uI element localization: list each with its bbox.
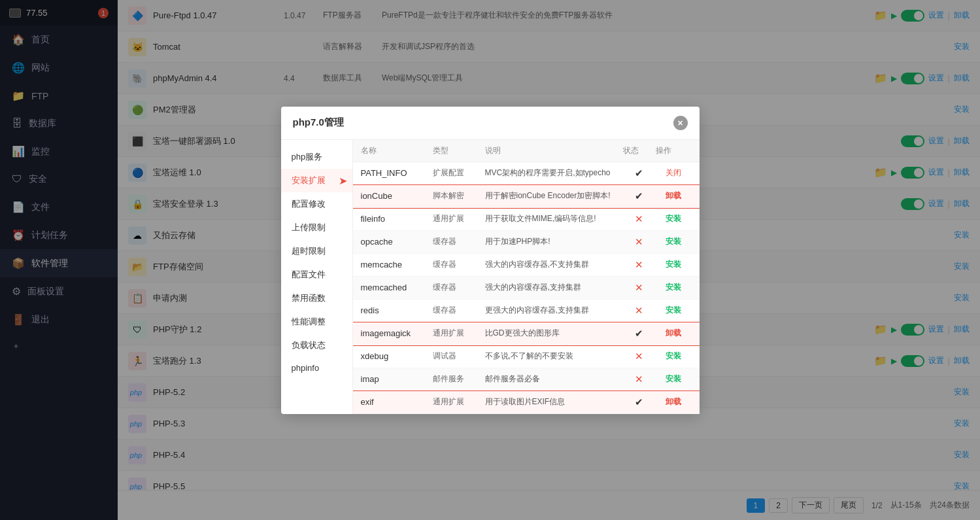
ext-type: 调试器 [433,351,485,362]
ext-status: ✕ [623,351,656,362]
close-action-button[interactable]: 关闭 [666,168,681,177]
ext-desc: 不多说,不了解的不要安装 [485,351,623,362]
modal-nav-phpinfo[interactable]: phpinfo [281,357,352,379]
ext-type: 缓存器 [433,305,485,316]
install-action-button[interactable]: 安装 [666,260,681,269]
modal-close-button[interactable]: × [673,116,688,130]
check-icon: ✔ [635,167,643,179]
ext-action: 卸载 [656,190,692,201]
modal-nav-perf-tune[interactable]: 性能调整 [281,310,352,334]
ext-type: 缓存器 [433,236,485,247]
ext-name: fileinfo [361,214,433,224]
ext-name: memcache [361,260,433,269]
ext-status: ✕ [623,305,656,317]
ext-desc: 更强大的内容缓存器,支持集群 [485,305,623,316]
ext-desc: 用于获取文件MIME,编码等信息! [485,213,623,224]
ext-action: 卸载 [656,396,692,407]
ext-action: 安装 [656,282,692,293]
install-action-button[interactable]: 安装 [666,374,681,383]
modal-nav-load-status[interactable]: 负载状态 [281,334,352,357]
ext-type: 邮件服务 [433,373,485,385]
ext-status: ✕ [623,259,656,271]
install-action-button[interactable]: 安装 [666,351,681,360]
modal-nav-disable-func[interactable]: 禁用函数 [281,286,352,310]
uninstall-action-button[interactable]: 卸载 [666,397,681,406]
ext-type: 缓存器 [433,282,485,293]
modal-nav-upload-limit[interactable]: 上传限制 [281,216,352,239]
ext-action: 卸载 [656,328,692,339]
ext-name: imap [361,374,433,384]
ext-status: ✕ [623,282,656,294]
col-header-name: 名称 [361,145,433,156]
ext-row-xdebug: xdebug 调试器 不多说,不了解的不要安装 ✕ 安装 [353,345,700,368]
cross-icon: ✕ [635,259,643,271]
ext-row-memcache: memcache 缓存器 强大的内容缓存器,不支持集群 ✕ 安装 [353,254,700,277]
cross-icon: ✕ [635,373,643,385]
modal-nav-config-file[interactable]: 配置文件 [281,263,352,286]
ext-status: ✔ [623,328,656,339]
ext-desc: 邮件服务器必备 [485,373,623,385]
ext-type: 脚本解密 [433,190,485,201]
install-action-button[interactable]: 安装 [666,305,681,315]
ext-action: 安装 [656,305,692,316]
ext-desc: 用于读取图片EXIF信息 [485,396,623,407]
ext-row-imagemagick: imagemagick 通用扩展 比GD更强大的图形库 ✔ 卸载 [353,322,700,345]
install-action-button[interactable]: 安装 [666,283,681,292]
ext-row-pathinfo: PATH_INFO 扩展配置 MVC架构的程序需要开启,如typecho ✔ 关… [353,162,700,185]
modal-nav-time-limit[interactable]: 超时限制 [281,239,352,263]
install-action-button[interactable]: 安装 [666,214,681,223]
install-action-button[interactable]: 安装 [666,237,681,246]
col-header-type: 类型 [433,145,485,156]
ext-type: 通用扩展 [433,328,485,339]
ext-desc: MVC架构的程序需要开启,如typecho [485,167,623,179]
uninstall-action-button[interactable]: 卸载 [666,191,681,200]
ext-action: 关闭 [656,167,692,179]
check-icon: ✔ [635,328,643,339]
check-icon: ✔ [635,190,643,202]
modal-header: php7.0管理 × [281,107,700,140]
ext-name: exif [361,397,433,407]
ext-name: imagemagick [361,328,433,338]
ext-type: 通用扩展 [433,396,485,407]
ext-desc: 比GD更强大的图形库 [485,328,623,339]
ext-row-fileinfo: fileinfo 通用扩展 用于获取文件MIME,编码等信息! ✕ 安装 [353,208,700,231]
ext-type: 通用扩展 [433,213,485,224]
ext-name: memcached [361,283,433,292]
extensions-table: PATH_INFO 扩展配置 MVC架构的程序需要开启,如typecho ✔ 关… [353,162,700,414]
ext-action: 安装 [656,351,692,362]
modal-nav: php服务 安装扩展 ➤ 配置修改 上传限制 超时限制 配置文件 禁用函数 性能… [281,140,353,414]
modal-title: php7.0管理 [293,116,344,129]
ext-row-memcached: memcached 缓存器 强大的内容缓存器,支持集群 ✕ 安装 [353,277,700,300]
ext-status: ✔ [623,167,656,179]
col-header-status: 状态 [623,145,656,156]
uninstall-action-button[interactable]: 卸载 [666,328,681,338]
modal-body: php服务 安装扩展 ➤ 配置修改 上传限制 超时限制 配置文件 禁用函数 性能… [281,140,700,414]
table-header: 名称 类型 说明 状态 操作 [353,140,700,162]
ext-desc: 强大的内容缓存器,不支持集群 [485,259,623,270]
ext-desc: 用于加速PHP脚本! [485,236,623,247]
ext-type: 缓存器 [433,259,485,270]
ext-status: ✕ [623,373,656,385]
modal-nav-php-service[interactable]: php服务 [281,145,352,169]
ext-row-ioncube: ionCube 脚本解密 用于解密ionCube Encoder加密脚本! ✔ … [353,185,700,208]
ext-status: ✔ [623,396,656,408]
ext-status: ✔ [623,190,656,202]
cross-icon: ✕ [635,351,643,362]
ext-row-opcache: opcache 缓存器 用于加速PHP脚本! ✕ 安装 [353,231,700,254]
ext-action: 安装 [656,373,692,385]
ext-action: 安装 [656,236,692,247]
modal-nav-install-ext[interactable]: 安装扩展 ➤ [281,169,352,192]
ext-action: 安装 [656,213,692,224]
ext-status: ✕ [623,236,656,248]
ext-desc: 用于解密ionCube Encoder加密脚本! [485,190,623,201]
ext-status: ✕ [623,213,656,225]
cross-icon: ✕ [635,236,643,248]
ext-name: PATH_INFO [361,168,433,178]
modal-nav-config-modify[interactable]: 配置修改 [281,192,352,216]
modal-overlay: php7.0管理 × php服务 安装扩展 ➤ 配置修改 上传限制 超时限制 配… [0,0,980,520]
cross-icon: ✕ [635,282,643,294]
col-header-desc: 说明 [485,145,623,156]
ext-type: 扩展配置 [433,167,485,179]
nav-arrow-icon: ➤ [339,174,347,186]
ext-row-imap: imap 邮件服务 邮件服务器必备 ✕ 安装 [353,368,700,391]
